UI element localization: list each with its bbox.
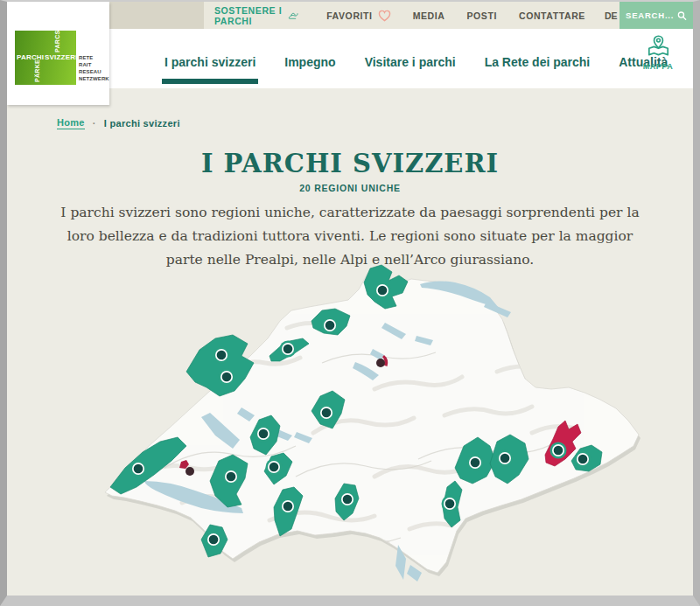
page: SOSTENERE I PARCHI FAVORITI MEDIAPOSTICO… bbox=[7, 2, 693, 596]
park-marker[interactable] bbox=[280, 341, 297, 358]
park-marker[interactable] bbox=[214, 347, 230, 364]
topbar-item-posti[interactable]: POSTI bbox=[466, 10, 497, 21]
map-pin-icon bbox=[647, 34, 670, 58]
park-marker[interactable] bbox=[467, 455, 484, 471]
switzerland-map[interactable] bbox=[7, 258, 693, 596]
nav-item-visitare-i-parchi[interactable]: Visitare i parchi bbox=[365, 55, 456, 69]
park-marker[interactable] bbox=[206, 532, 222, 548]
favorites-link[interactable]: FAVORITI bbox=[326, 10, 390, 22]
logo-network-word: RESEAU bbox=[79, 68, 108, 75]
park-marker-dot[interactable] bbox=[376, 359, 385, 367]
breadcrumb-separator: · bbox=[93, 118, 96, 129]
breadcrumb: Home · I parchi svizzeri bbox=[57, 117, 180, 129]
country-outline bbox=[105, 267, 639, 573]
logo-network-word: NETZWERK bbox=[79, 75, 108, 82]
logo-text-parke: PÄRKE bbox=[34, 63, 40, 82]
park-marker[interactable] bbox=[219, 369, 235, 386]
logo-box: PARCHI SVIZZERI PARCS PÄRKE RETERAITRESE… bbox=[7, 2, 109, 105]
park-marker[interactable] bbox=[318, 405, 335, 421]
park-marker[interactable] bbox=[442, 496, 458, 512]
page-subtitle: 20 REGIONI UNICHE bbox=[7, 183, 693, 193]
logo-text-svizzeri: SVIZZERI bbox=[45, 53, 78, 61]
favorites-label: FAVORITI bbox=[326, 10, 372, 21]
search-placeholder: SEARCH... bbox=[626, 10, 674, 20]
nav-item-la-rete-dei-parchi[interactable]: La Rete dei parchi bbox=[485, 55, 591, 69]
page-title: I PARCHI SVIZZERI bbox=[7, 149, 693, 178]
park-marker[interactable] bbox=[322, 317, 339, 334]
park-marker[interactable] bbox=[497, 450, 514, 467]
park-marker[interactable] bbox=[223, 469, 240, 485]
logo-text-parcs: PARCS bbox=[54, 33, 60, 52]
park-marker[interactable] bbox=[256, 426, 272, 442]
logo-square: PARCHI SVIZZERI PARCS PÄRKE bbox=[15, 31, 76, 85]
park-marker[interactable] bbox=[130, 461, 147, 477]
nav-items: I parchi svizzeriImpegnoVisitare i parch… bbox=[164, 29, 668, 88]
browser-viewport: SOSTENERE I PARCHI FAVORITI MEDIAPOSTICO… bbox=[0, 0, 700, 606]
map-button[interactable]: MAPPA bbox=[635, 34, 681, 71]
map-button-label: MAPPA bbox=[635, 62, 681, 71]
support-parks-link[interactable]: SOSTENERE I PARCHI bbox=[214, 5, 298, 26]
park-marker[interactable] bbox=[374, 282, 391, 299]
topbar: SOSTENERE I PARCHI FAVORITI MEDIAPOSTICO… bbox=[109, 2, 693, 29]
breadcrumb-home-link[interactable]: Home bbox=[57, 117, 85, 129]
search-input[interactable]: SEARCH... bbox=[620, 2, 693, 29]
topbar-items: MEDIAPOSTICONTATTARE bbox=[391, 10, 585, 21]
topbar-item-media[interactable]: MEDIA bbox=[413, 10, 445, 21]
topbar-menu: SOSTENERE I PARCHI FAVORITI MEDIAPOSTICO… bbox=[214, 2, 620, 29]
topbar-item-contattare[interactable]: CONTATTARE bbox=[519, 10, 585, 21]
park-marker-dot[interactable] bbox=[186, 467, 194, 476]
park-marker[interactable] bbox=[266, 459, 283, 476]
nav-item-impegno[interactable]: Impegno bbox=[284, 55, 335, 69]
nav-item-i-parchi-svizzeri[interactable]: I parchi svizzeri bbox=[164, 55, 256, 69]
logo-network-words: RETERAITRESEAUNETZWERK bbox=[79, 54, 108, 82]
donate-hand-icon bbox=[288, 9, 298, 22]
topbar-segment bbox=[109, 2, 204, 29]
language-de[interactable]: DE bbox=[605, 10, 618, 21]
site-logo[interactable]: PARCHI SVIZZERI PARCS PÄRKE RETERAITRESE… bbox=[15, 31, 106, 87]
main-navigation: I parchi svizzeriImpegnoVisitare i parch… bbox=[7, 29, 693, 88]
search-icon[interactable] bbox=[677, 10, 687, 22]
logo-network-word: RETE bbox=[79, 54, 108, 61]
park-marker[interactable] bbox=[550, 442, 567, 459]
breadcrumb-current: I parchi svizzeri bbox=[104, 118, 180, 129]
support-parks-label: SOSTENERE I PARCHI bbox=[214, 5, 282, 26]
park-marker[interactable] bbox=[280, 498, 297, 515]
heart-icon bbox=[378, 10, 391, 22]
park-marker[interactable] bbox=[340, 491, 356, 508]
logo-network-word: RAIT bbox=[79, 61, 108, 68]
park-marker[interactable] bbox=[575, 451, 592, 468]
